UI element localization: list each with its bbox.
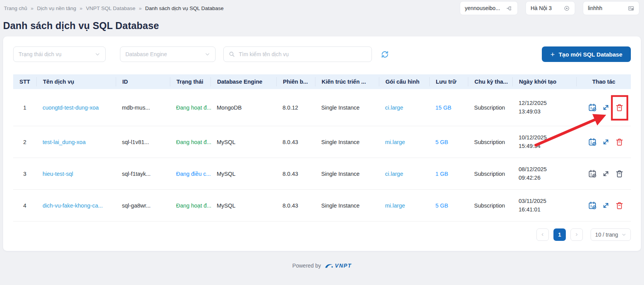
table-row: 4 dich-vu-fake-khong-ca... sql-ga8wr... … <box>13 190 631 221</box>
pagination-page-1[interactable]: 1 <box>553 228 566 241</box>
cell-service-name: cuongtd-test-dung-xoa <box>36 105 116 111</box>
cell-storage: 15 GB <box>429 105 468 111</box>
cell-status: Đang điều c... <box>170 171 211 177</box>
cell-database-engine: MySQL <box>211 203 276 209</box>
config-package-link[interactable]: ci.large <box>385 105 403 111</box>
cell-storage: 1 GB <box>429 171 468 177</box>
account-card-icon <box>628 5 634 12</box>
cell-service-name: test-lai_dung-xoa <box>36 139 116 145</box>
header-stt: STT <box>13 77 36 86</box>
cell-architecture: Single Instance <box>315 203 379 209</box>
storage-link[interactable]: 5 GB <box>435 139 448 145</box>
expand-icon[interactable] <box>601 137 610 146</box>
expand-icon[interactable] <box>601 201 610 210</box>
cell-version: 8.0.12 <box>276 105 315 111</box>
cell-status: Đang hoạt đ... <box>170 139 211 145</box>
refresh-button[interactable] <box>380 50 389 59</box>
project-selector[interactable]: yennouseibo... <box>460 1 518 15</box>
pagination-prev-button[interactable]: ‹ <box>536 228 549 241</box>
header-id: ID <box>116 77 170 86</box>
header-billing-cycle: Chu kỳ tha... <box>468 77 512 86</box>
header-storage: Lưu trữ <box>429 77 468 86</box>
service-name-link[interactable]: cuongtd-test-dung-xoa <box>43 105 99 111</box>
powered-by-label: Powered by <box>292 263 321 269</box>
table-row: 2 test-lai_dung-xoa sql-l1v81... Đang ho… <box>13 126 631 158</box>
cell-billing-cycle: Subscription <box>468 139 512 145</box>
cell-id: sql-l1v81... <box>116 139 170 145</box>
service-status-select[interactable]: Trạng thái dịch vụ <box>13 46 106 62</box>
cell-architecture: Single Instance <box>315 105 379 111</box>
location-icon <box>564 5 570 12</box>
account-selector[interactable]: linhhh <box>583 1 639 15</box>
table-body: 1 cuongtd-test-dung-xoa mdb-mus... Đang … <box>13 89 631 221</box>
cell-id: mdb-mus... <box>116 105 170 111</box>
trash-icon[interactable] <box>615 137 624 146</box>
trash-icon[interactable] <box>615 169 624 178</box>
header-architecture: Kiến trúc triển ... <box>315 77 379 86</box>
cell-billing-cycle: Subscription <box>468 105 512 111</box>
cell-id: sql-ga8wr... <box>116 203 170 209</box>
breadcrumb-platform-services[interactable]: Dịch vụ nền tảng <box>37 5 76 11</box>
chevron-down-icon <box>622 232 626 237</box>
service-name-link[interactable]: test-lai_dung-xoa <box>43 139 86 145</box>
calendar-schedule-icon[interactable] <box>588 169 597 178</box>
vnpt-logo: VNPT <box>325 263 351 269</box>
calendar-schedule-icon[interactable] <box>588 201 597 210</box>
breadcrumb-vnpt-sql-database[interactable]: VNPT SQL Database <box>86 5 135 11</box>
storage-link[interactable]: 1 GB <box>435 171 448 177</box>
calendar-schedule-icon[interactable] <box>588 137 597 146</box>
config-package-link[interactable]: mi.large <box>385 139 405 145</box>
header-database-engine: Database Engine <box>211 77 276 86</box>
search-input[interactable] <box>239 51 367 57</box>
breadcrumb-separator: » <box>31 5 33 11</box>
service-list-card: Trạng thái dịch vụ Database Engine + Tạo… <box>3 36 641 251</box>
header-created-date: Ngày khởi tạo <box>512 77 576 86</box>
cell-config-package: ci.large <box>379 105 429 111</box>
trash-icon[interactable] <box>615 103 624 112</box>
cell-service-name: hieu-test-sql <box>36 171 116 177</box>
storage-link[interactable]: 15 GB <box>435 105 451 111</box>
cell-billing-cycle: Subscription <box>468 203 512 209</box>
database-engine-select[interactable]: Database Engine <box>120 46 216 62</box>
cell-version: 8.0.43 <box>276 139 315 145</box>
header-version: Phiên b... <box>276 77 315 86</box>
expand-icon[interactable] <box>601 103 610 112</box>
cell-stt: 4 <box>13 203 36 209</box>
create-sql-database-button[interactable]: + Tạo mới SQL Database <box>542 46 631 62</box>
header-config-package: Gói cấu hình <box>379 77 429 86</box>
vnpt-swoosh-icon <box>325 263 333 269</box>
storage-link[interactable]: 5 GB <box>435 203 448 209</box>
plus-icon: + <box>550 51 555 58</box>
chevron-down-icon <box>205 52 210 57</box>
service-name-link[interactable]: dich-vu-fake-khong-ca... <box>43 203 103 209</box>
pagination: ‹ 1 › 10 / trang <box>13 228 631 241</box>
cell-actions <box>576 137 631 146</box>
cell-created-date: 10/12/202515:49:54 <box>512 134 576 151</box>
table-row: 3 hieu-test-sql sql-f1tayk... Đang điều … <box>13 158 631 190</box>
cell-billing-cycle: Subscription <box>468 171 512 177</box>
trash-icon[interactable] <box>615 201 624 210</box>
calendar-schedule-icon[interactable] <box>588 103 597 112</box>
expand-icon[interactable] <box>601 169 610 178</box>
service-name-link[interactable]: hieu-test-sql <box>43 171 73 177</box>
cell-storage: 5 GB <box>429 139 468 145</box>
cell-database-engine: MySQL <box>211 139 276 145</box>
breadcrumb-current: Danh sách dịch vụ SQL Database <box>145 5 224 11</box>
breadcrumb-home[interactable]: Trang chủ <box>4 5 27 11</box>
cell-storage: 5 GB <box>429 203 468 209</box>
page-title: Danh sách dịch vụ SQL Database <box>3 20 644 31</box>
chevron-down-icon <box>95 52 100 57</box>
config-package-link[interactable]: mi.large <box>385 203 405 209</box>
pagination-next-button[interactable]: › <box>570 228 583 241</box>
config-package-link[interactable]: ci.large <box>385 171 403 177</box>
footer: Powered by VNPT <box>0 263 644 269</box>
project-switch-icon <box>506 5 513 12</box>
region-selector[interactable]: Hà Nội 3 <box>526 1 575 15</box>
header-service-name: Tên dịch vụ <box>36 77 116 86</box>
region-selector-label: Hà Nội 3 <box>531 5 552 11</box>
cell-status: Đang hoạt đ... <box>170 203 211 209</box>
page-size-select[interactable]: 10 / trang <box>591 228 631 241</box>
table-row: 1 cuongtd-test-dung-xoa mdb-mus... Đang … <box>13 89 631 126</box>
topbar-right: yennouseibo... Hà Nội 3 linhhh <box>460 1 639 15</box>
cell-config-package: ci.large <box>379 171 429 177</box>
